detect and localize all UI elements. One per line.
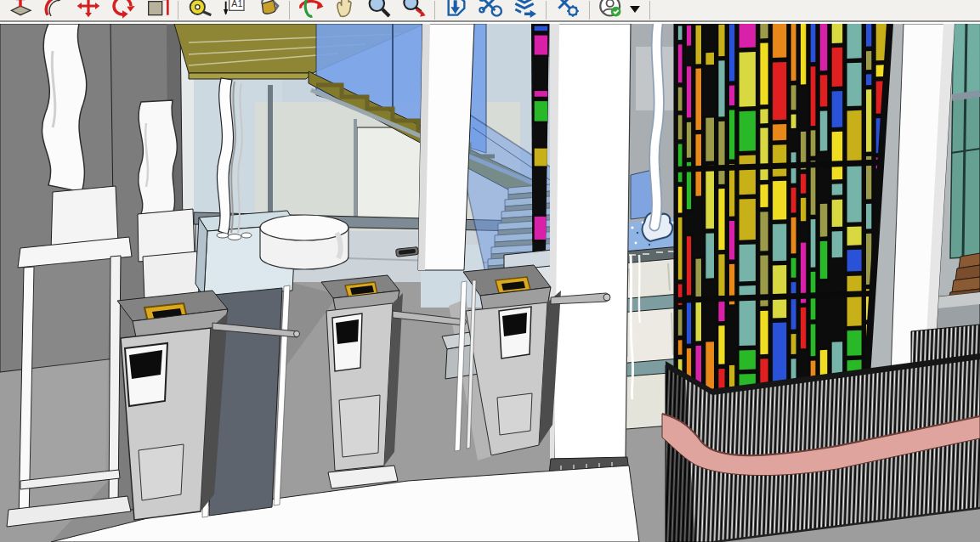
toolbar-separator xyxy=(589,1,590,20)
push-pull-icon[interactable] xyxy=(5,0,36,20)
svg-text:A1: A1 xyxy=(231,0,242,8)
3d-viewport[interactable] xyxy=(0,24,980,542)
zoom-icon[interactable] xyxy=(364,0,394,20)
extension-export-icon[interactable] xyxy=(509,0,540,20)
toolbar-separator xyxy=(178,1,178,20)
account-avatar[interactable] xyxy=(596,0,626,20)
toolbar-separator xyxy=(546,1,547,20)
column-left xyxy=(418,24,474,270)
toolbar-separator xyxy=(289,1,290,20)
zoom-extents-icon[interactable] xyxy=(398,0,428,20)
toolbar: A1 xyxy=(0,0,980,22)
orbit-icon[interactable] xyxy=(296,0,326,20)
move-icon[interactable] xyxy=(73,0,104,20)
paint-bucket-icon[interactable] xyxy=(252,0,283,20)
account-dropdown-caret[interactable] xyxy=(630,6,640,13)
tape-measure-icon[interactable] xyxy=(184,0,215,20)
extension-settings-icon[interactable] xyxy=(552,0,583,20)
follow-me-icon[interactable] xyxy=(39,0,70,20)
pan-icon[interactable] xyxy=(330,0,360,20)
extension-trim-icon[interactable] xyxy=(475,0,506,20)
offset-icon[interactable] xyxy=(141,0,172,20)
extension-download-icon[interactable] xyxy=(441,0,472,20)
text-icon[interactable]: A1 xyxy=(218,0,249,20)
rotate-icon[interactable] xyxy=(107,0,138,20)
column-center xyxy=(547,24,631,484)
toolbar-separator xyxy=(649,1,650,20)
toolbar-separator xyxy=(434,1,435,20)
